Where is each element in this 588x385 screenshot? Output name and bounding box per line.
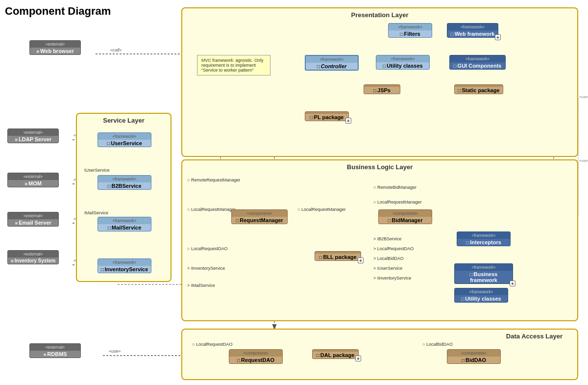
local-bid-dao-label: > LocalBidDAO	[373, 256, 404, 261]
presentation-layer-box: Presentation Layer «framework» □Filters …	[181, 7, 578, 157]
pl-package-component: □PL package +	[305, 111, 349, 121]
request-dao-component: «component» □RequestDAO	[229, 349, 283, 364]
bll-label: Business Logic Layer	[347, 163, 413, 171]
local-request-manager3-label: ○ LocalRequestManager	[373, 200, 422, 205]
local-bid-dao-dal-label: ○ LocalBidDAO	[422, 342, 453, 347]
mail-service-component: «framework» □MailService	[98, 217, 151, 231]
local-request-manager-label: ○ LocalRequestManager	[187, 207, 236, 212]
dal-package-component: □DAL package +	[312, 349, 359, 359]
service-layer-box: Service Layer «framework» □UserService I…	[76, 113, 172, 282]
remote-bid-manager-label: ○ RemoteBidManager	[373, 185, 416, 190]
jsps-component: □JSPs	[364, 84, 400, 94]
presentation-layer-label: Presentation Layer	[351, 11, 408, 19]
bll-box: Business Logic Layer ○ RemoteRequestMana…	[181, 159, 578, 321]
iuserservice-label: IUserService	[84, 168, 110, 173]
web-framework-component: «framework» □Web framework +	[447, 23, 498, 38]
pl-package-plus: +	[345, 118, 351, 124]
iinventory-service-label: > IInventoryService	[187, 266, 225, 271]
rdbms-component: «external» ■RDBMS	[29, 343, 81, 358]
bll-package-component: □BLL package +	[315, 251, 361, 261]
bll-package-plus: +	[358, 257, 364, 263]
imail-service-bll-label: > IMailService	[187, 283, 215, 288]
dal-label: Data Access Layer	[506, 333, 563, 340]
gui-components-component: «framework» □GUI Components	[449, 55, 506, 70]
dal-box: Data Access Layer ○ LocalRequestDAO «com…	[181, 329, 578, 380]
utility-classes-pl-component: «framework» □Utility classes	[376, 55, 430, 70]
local-request-dao2-label: > LocalRequestDAO	[373, 246, 414, 251]
svg-text:«use»: «use»	[109, 349, 121, 354]
page-title: Component Diagram	[5, 5, 111, 18]
b2bservice-component: «framework» □B2BService	[98, 175, 151, 190]
inventory-system-component: «external» ■Inventory System	[7, 250, 59, 264]
iuserservice2-label: > IUserService	[373, 266, 402, 271]
svg-text:«use»: «use»	[579, 95, 588, 99]
service-layer-label: Service Layer	[103, 117, 145, 124]
web-browser-component: «external» ■Web browser	[29, 40, 81, 55]
ib2b-service-label: > IB2BService	[373, 236, 401, 241]
iinventory-service2-label: > IInventoryService	[373, 276, 411, 281]
email-server-component: «external» ■Email Server	[7, 212, 59, 227]
local-request-manager2-label: ○ LocalRequestManager	[297, 207, 346, 212]
local-request-dao-dal-label: ○ LocalRequestDAO	[192, 342, 232, 347]
mom-component: «external» ■MOM	[7, 173, 59, 187]
static-package-component: □Static package	[454, 84, 503, 94]
filters-component: «framework» □Filters	[388, 23, 432, 38]
business-framework-component: «framework» □Business framework +	[454, 263, 513, 284]
utility-classes-bll-component: «framework» □Utility classes	[454, 288, 508, 303]
local-request-dao-label: ○ LocalRequestDAO	[187, 246, 227, 251]
controller-component: «framework» □Controller	[305, 55, 359, 71]
bid-manager-component: «component» □BidManager	[378, 209, 432, 224]
remote-request-manager-label: ○ RemoteRequestManager	[187, 178, 241, 182]
ldap-server-component: «external» ■LDAP Server	[7, 128, 59, 143]
svg-text:«use»: «use»	[579, 158, 588, 163]
dal-package-plus: +	[355, 356, 361, 361]
interceptors-component: «framework» □Interceptors	[457, 231, 511, 246]
user-service-component: «framework» □UserService	[98, 132, 151, 147]
request-manager-component: «component» □RequestManager	[231, 209, 288, 224]
bid-dao-component: «component» □BidDAO	[447, 349, 501, 364]
inventory-service-component: «framework» □InventoryService	[98, 258, 151, 273]
svg-text:«call»: «call»	[110, 48, 122, 52]
business-framework-plus: +	[510, 281, 515, 286]
mvc-note: MVC framework: agnostic. Only requiremen…	[197, 55, 270, 76]
web-framework-plus: +	[495, 34, 501, 40]
imailservice-label: IMailService	[84, 210, 108, 215]
